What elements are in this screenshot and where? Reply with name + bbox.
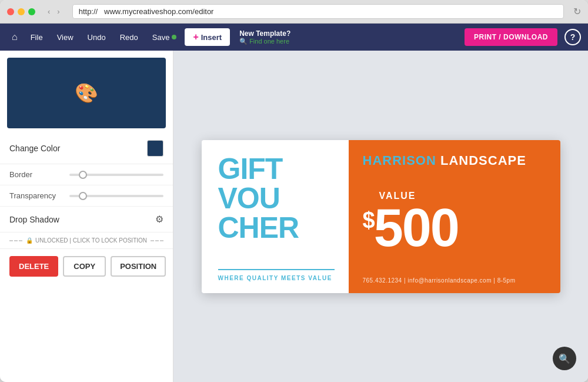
change-color-row: Change Color: [0, 135, 173, 164]
voucher-right-panel: HARRISON LANDSCAPE VALUE $500 765.432.12…: [349, 140, 560, 293]
maximize-button[interactable]: [28, 8, 35, 15]
copy-button[interactable]: COPY: [63, 256, 106, 277]
vou-line: VOU: [218, 184, 335, 213]
file-menu[interactable]: File: [25, 29, 49, 45]
close-button[interactable]: [7, 8, 14, 15]
url-bar[interactable]: [72, 4, 564, 19]
zoom-icon: 🔍: [559, 353, 570, 364]
color-preview-block[interactable]: 🎨: [7, 58, 166, 128]
action-buttons: DELETE COPY POSITION: [0, 249, 173, 284]
lock-dash-right: [151, 240, 163, 241]
new-template-title: New Template?: [239, 29, 290, 38]
palette-icon: 🎨: [75, 82, 98, 104]
voucher-tagline: WHERE QUALITY MEETS VALUE: [218, 275, 335, 281]
save-label: Save: [152, 33, 170, 42]
app-toolbar: ⌂ File View Undo Redo Save + Insert New …: [0, 24, 588, 51]
gift-voucher-text: GIFT VOU CHER: [218, 154, 335, 243]
new-template-section: New Template? 🔍 Find one here: [239, 29, 290, 45]
company-name: HARRISON LANDSCAPE: [363, 153, 546, 168]
drop-shadow-label: Drop Shadow: [9, 215, 59, 224]
transparency-slider-row: Transparency: [0, 185, 173, 207]
lock-row[interactable]: 🔒 UNLOCKED | CLICK TO LOCK POSITION: [0, 232, 173, 249]
cher-line: CHER: [218, 213, 335, 243]
change-color-label: Change Color: [9, 144, 60, 153]
contact-info: 765.432.1234 | info@harrisonlandscape.co…: [363, 277, 546, 284]
gear-icon[interactable]: ⚙: [155, 214, 163, 225]
new-template-link[interactable]: 🔍 Find one here: [239, 38, 290, 45]
refresh-icon[interactable]: ↻: [573, 6, 581, 17]
help-button[interactable]: ?: [564, 29, 581, 45]
transparency-slider-track[interactable]: [69, 195, 163, 197]
canvas-area: GIFT VOU CHER WHERE QUALITY MEETS VALUE …: [173, 51, 588, 382]
search-icon: 🔍: [239, 38, 248, 45]
insert-label: Insert: [201, 33, 222, 42]
voucher-card[interactable]: GIFT VOU CHER WHERE QUALITY MEETS VALUE …: [202, 140, 560, 293]
insert-button[interactable]: + Insert: [185, 28, 230, 46]
save-button[interactable]: Save: [146, 29, 183, 45]
lock-label[interactable]: 🔒 UNLOCKED | CLICK TO LOCK POSITION: [26, 237, 147, 244]
lock-dash-left: [9, 240, 22, 241]
forward-arrow[interactable]: ›: [54, 6, 62, 17]
browser-titlebar: ‹ › ↻: [0, 0, 588, 24]
delete-button[interactable]: DELETE: [9, 256, 58, 277]
transparency-label: Transparency: [9, 191, 62, 200]
home-button[interactable]: ⌂: [7, 28, 22, 46]
value-section: VALUE $500: [363, 191, 546, 254]
value-amount: $500: [363, 201, 459, 254]
undo-button[interactable]: Undo: [82, 29, 112, 45]
sidebar: 🎨 Change Color Border Transparency: [0, 51, 173, 382]
color-swatch[interactable]: [147, 140, 163, 157]
back-arrow[interactable]: ‹: [45, 6, 53, 17]
lock-icon: 🔒: [26, 237, 33, 244]
border-slider-thumb[interactable]: [79, 171, 87, 179]
company-name-highlight: HARRISON: [363, 153, 436, 168]
print-download-button[interactable]: PRINT / DOWNLOAD: [465, 28, 557, 46]
gift-line: GIFT: [218, 154, 335, 184]
gift-voucher-text-block: GIFT VOU CHER: [218, 154, 335, 243]
zoom-button[interactable]: 🔍: [553, 347, 576, 370]
border-label: Border: [9, 170, 62, 179]
drop-shadow-row: Drop Shadow ⚙: [0, 207, 173, 232]
voucher-left-panel: GIFT VOU CHER WHERE QUALITY MEETS VALUE: [202, 140, 349, 293]
transparency-slider-thumb[interactable]: [79, 192, 87, 200]
nav-arrows: ‹ ›: [45, 6, 63, 17]
minimize-button[interactable]: [18, 8, 25, 15]
border-slider-row: Border: [0, 164, 173, 185]
save-indicator: [172, 35, 176, 39]
dollar-sign: $: [363, 208, 374, 232]
amount-number: 500: [374, 198, 459, 257]
app-body: 🎨 Change Color Border Transparency: [0, 51, 588, 382]
insert-plus-icon: +: [193, 32, 198, 42]
border-slider-track[interactable]: [69, 174, 163, 176]
redo-button[interactable]: Redo: [114, 29, 144, 45]
voucher-tagline-wrapper: WHERE QUALITY MEETS VALUE: [218, 269, 335, 281]
traffic-lights: [7, 8, 35, 15]
position-button[interactable]: POSITION: [111, 256, 166, 277]
view-menu[interactable]: View: [51, 29, 79, 45]
